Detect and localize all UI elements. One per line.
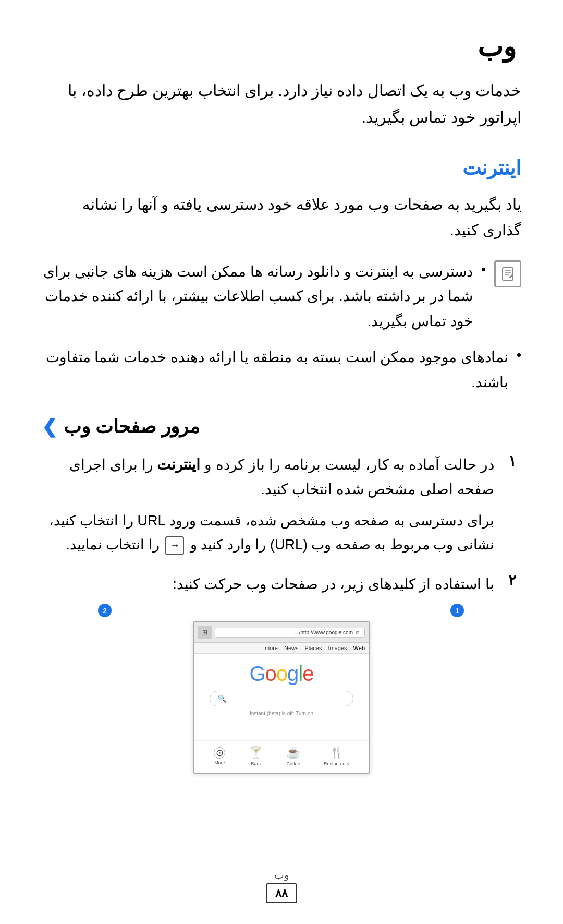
bottom-icon-coffee: ☕ Coffee xyxy=(286,746,300,766)
step-2-row: ۲ با استفاده از کلیدهای زیر، در صفحات وب… xyxy=(42,572,521,597)
tab-images: Images xyxy=(328,645,347,651)
step-number-2: ۲ xyxy=(503,572,521,589)
step-2-text: با استفاده از کلیدهای زیر، در صفحات وب ح… xyxy=(42,572,494,597)
more-label: More xyxy=(214,760,225,765)
page-content: وب خدمات وب به یک اتصال داده نیاز دارد. … xyxy=(0,0,563,826)
toolbar-button: ⊞ xyxy=(198,626,212,639)
bullet-item-2: • نمادهای موجود ممکن است بسته به منطقه ی… xyxy=(42,345,521,394)
step-1: ۱ در حالت آماده به کار، لیست برنامه را ب… xyxy=(42,452,521,557)
bubble-1: 1 xyxy=(450,604,464,617)
instant-text: Instant (beta) is off: Turn on xyxy=(199,711,364,716)
google-logo: Google xyxy=(199,662,364,686)
intro-text: خدمات وب به یک اتصال داده نیاز دارد. برا… xyxy=(42,77,521,130)
bullet-section: • دسترسی به اینترنت و دانلود رسانه ها مم… xyxy=(42,259,521,395)
bottom-icon-more: ⊙ More xyxy=(214,747,225,765)
page-icon: 🗎 xyxy=(355,630,360,635)
tab-news: News xyxy=(284,645,299,651)
browser-nav-tabs: Web Images Places News more xyxy=(194,643,369,654)
bullet-dot-1: • xyxy=(481,261,486,278)
note-icon xyxy=(494,260,521,287)
tab-web: Web xyxy=(353,645,365,651)
browser-mockup-container: 1 2 🗎 http://www.google.com/... ⊞ xyxy=(42,611,521,784)
step-1-subtext: برای دسترسی به صفحه وب مشخص شده، قسمت ور… xyxy=(42,509,521,557)
step-number-1: ۱ xyxy=(503,452,521,470)
browser-bottom-icons: 🍴 Restaurants ☕ Coffee 🍸 Bars ⊙ More xyxy=(194,740,369,773)
bars-label: Bars xyxy=(251,761,261,766)
bottom-icon-restaurants: 🍴 Restaurants xyxy=(324,746,349,766)
bubble-2: 2 xyxy=(98,604,112,617)
bottom-icon-bars: 🍸 Bars xyxy=(249,746,263,766)
page-number-badge: ٨٨ xyxy=(266,883,297,903)
browser-toolbar: 🗎 http://www.google.com/... ⊞ xyxy=(194,622,369,643)
bubble-number-1: 1 xyxy=(450,604,464,617)
browse-title: مرور صفحات وب ❯ xyxy=(42,416,521,438)
restaurants-label: Restaurants xyxy=(324,761,349,766)
bullet-text-1: دسترسی به اینترنت و دانلود رسانه ها ممکن… xyxy=(42,259,473,334)
footer-label: وب xyxy=(0,869,563,881)
tab-places: Places xyxy=(304,645,322,651)
step-1-row: ۱ در حالت آماده به کار، لیست برنامه را ب… xyxy=(42,452,521,502)
toolbar-icon: ⊞ xyxy=(202,629,207,636)
browser-window: 🗎 http://www.google.com/... ⊞ Web Images… xyxy=(193,621,370,774)
search-icon: 🔍 xyxy=(217,694,226,703)
tab-more: more xyxy=(265,645,278,651)
step-2: ۲ با استفاده از کلیدهای زیر، در صفحات وب… xyxy=(42,572,521,597)
coffee-icon: ☕ xyxy=(286,746,300,760)
bubble-number-2: 2 xyxy=(98,604,112,617)
footer: وب ٨٨ xyxy=(0,869,563,903)
step-1-text: در حالت آماده به کار، لیست برنامه را باز… xyxy=(42,452,494,502)
search-bar: 🔍 xyxy=(210,691,353,706)
page-title: وب xyxy=(42,31,521,63)
internet-section-title: اینترنت xyxy=(42,157,521,179)
more-icon: ⊙ xyxy=(214,747,225,759)
bullet-item-1: • دسترسی به اینترنت و دانلود رسانه ها مم… xyxy=(42,259,521,334)
coffee-label: Coffee xyxy=(287,761,300,766)
chevron-icon: ❯ xyxy=(42,416,57,438)
restaurants-icon: 🍴 xyxy=(329,746,344,760)
url-text: http://www.google.com/... xyxy=(219,630,353,635)
browse-title-text: مرور صفحات وب xyxy=(64,416,200,438)
browser-content: Google 🔍 Instant (beta) is off: Turn on xyxy=(194,654,369,740)
bullet-text-2: نمادهای موجود ممکن است بسته به منطقه یا … xyxy=(42,345,508,394)
bars-icon: 🍸 xyxy=(249,746,263,760)
browse-section: مرور صفحات وب ❯ ۱ در حالت آماده به کار، … xyxy=(42,416,521,785)
arrow-icon: → xyxy=(165,536,184,555)
url-bar: 🗎 http://www.google.com/... xyxy=(215,628,365,638)
svg-rect-0 xyxy=(503,268,513,280)
internet-description: یاد بگیرید به صفحات وب مورد علاقه خود دس… xyxy=(42,192,521,244)
bullet-dot-2: • xyxy=(517,347,521,363)
